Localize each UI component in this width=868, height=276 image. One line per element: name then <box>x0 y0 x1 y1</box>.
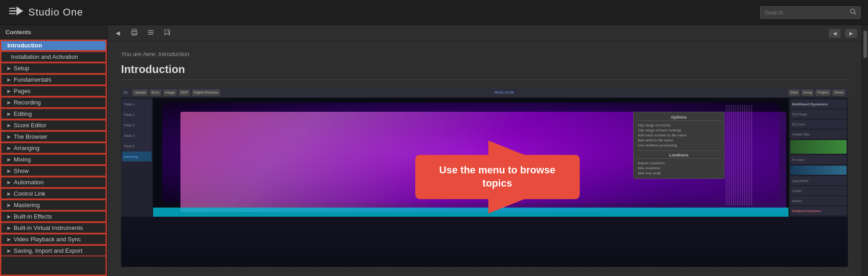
daw-level-meter <box>790 140 847 154</box>
sidebar-item-video-playback[interactable]: ▶Video Playback and Sync <box>0 234 107 245</box>
search-icon <box>850 9 857 16</box>
header: Studio One <box>0 0 868 25</box>
sidebar-item-label-arranging: Arranging <box>14 145 39 151</box>
sidebar-item-fundamentals[interactable]: ▶Fundamentals <box>0 74 107 85</box>
sidebar-item-arrow-mixing: ▶ <box>7 157 11 162</box>
sidebar-item-arrow-the-browser: ▶ <box>7 134 11 139</box>
sidebar-item-pages[interactable]: ▶Pages <box>0 85 107 97</box>
sidebar-item-show[interactable]: ▶Show <box>0 165 107 177</box>
sidebar-item-label-show: Show <box>14 167 29 174</box>
sidebar-item-setup[interactable]: ▶Setup <box>0 62 107 74</box>
sidebar-item-label-built-in-effects: Built-In Effects <box>14 213 52 220</box>
sidebar-item-introduction[interactable]: Introduction <box>0 40 107 51</box>
content-wrapper: ◄ ◄ <box>107 25 862 276</box>
search-area[interactable] <box>760 6 861 19</box>
waveform-details <box>725 105 752 205</box>
right-scrollbar[interactable] <box>862 25 868 276</box>
daw-main-view: Options Clip range of events Clip range … <box>153 98 789 217</box>
daw-right-row: Lead-Metal <box>790 176 847 185</box>
daw-popup-title: Options <box>636 115 721 121</box>
cyan-bar <box>153 208 789 217</box>
breadcrumb: You are here: Introduction <box>121 51 848 57</box>
daw-track-row: Track 5 <box>122 141 152 151</box>
sidebar-item-label-recording: Recording <box>14 99 41 106</box>
sidebar-item-label-control-link: Control Link <box>14 190 45 197</box>
toolbar: ◄ ◄ <box>107 25 862 42</box>
daw-popup-item: Add track number to file name <box>636 133 721 138</box>
svg-point-4 <box>851 9 855 13</box>
daw-track-row: Track 3 <box>122 120 152 130</box>
sidebar-item-arranging[interactable]: ▶Arranging <box>0 142 107 154</box>
daw-popup-loudness-item: Max true peak <box>636 171 721 176</box>
daw-burn-btn[interactable]: Burn <box>150 89 161 96</box>
daw-right-row: Multiband Dynamics <box>790 206 847 215</box>
daw-popup-item: Add artist to file name <box>636 138 721 143</box>
sidebar-items-container: IntroductionInstallation and Activation▶… <box>0 40 107 276</box>
daw-popup-loudness-title: Loudness <box>636 153 721 159</box>
daw-dig-release-btn[interactable]: Digital Release <box>192 89 220 96</box>
daw-start-btn[interactable]: Start <box>789 89 800 96</box>
sidebar-item-label-mastering: Mastering <box>14 202 40 208</box>
content-forward-button[interactable]: ► <box>845 29 857 38</box>
sidebar-item-arrow-built-in-effects: ▶ <box>7 214 11 219</box>
sidebar-header: Contents <box>0 25 107 40</box>
sidebar-item-arrow-score-editor: ▶ <box>7 123 11 128</box>
sidebar-item-the-browser[interactable]: ▶The Browser <box>0 131 107 142</box>
sidebar-item-built-in-effects[interactable]: ▶Built-In Effects <box>0 211 107 222</box>
daw-track-row: Track 1 <box>122 99 152 109</box>
content-back-button[interactable]: ◄ <box>829 29 841 38</box>
sidebar-item-label-mixing: Mixing <box>14 156 31 163</box>
search-input[interactable] <box>764 9 847 16</box>
sidebar-item-editing[interactable]: ▶Editing <box>0 108 107 120</box>
sidebar-item-label-built-in-instruments: Built-in Virtual Instruments <box>14 224 83 231</box>
daw-track-row-active: Mastering <box>122 151 152 161</box>
sidebar-item-arrow-arranging: ▶ <box>7 146 11 151</box>
daw-left-panel: Track 1 Track 2 Track 3 Track 4 <box>121 98 153 217</box>
daw-show-btn[interactable]: Show <box>832 89 845 96</box>
daw-popup-item: Use realtime processing <box>636 143 721 148</box>
svg-marker-3 <box>16 6 23 16</box>
main-area: Contents IntroductionInstallation and Ac… <box>0 25 868 276</box>
daw-popup-item: Clip range of track routings <box>636 128 721 133</box>
sidebar-item-arrow-show: ▶ <box>7 168 11 173</box>
sidebar-item-automation[interactable]: ▶Automation <box>0 177 107 188</box>
daw-popup-item: Clip range of events <box>636 123 721 128</box>
sidebar-item-mixing[interactable]: ▶Mixing <box>0 154 107 165</box>
sidebar-item-arrow-saving-import: ▶ <box>7 248 11 253</box>
daw-eq-display <box>790 166 847 175</box>
sidebar-item-label-pages: Pages <box>14 88 31 94</box>
back-button[interactable]: ◄ <box>112 28 124 38</box>
daw-dig-btn[interactable]: DDP <box>179 89 190 96</box>
sidebar-item-built-in-instruments[interactable]: ▶Built-in Virtual Instruments <box>0 222 107 234</box>
sidebar-item-control-link[interactable]: ▶Control Link <box>0 188 107 199</box>
list-button[interactable] <box>145 28 157 39</box>
daw-image-btn[interactable]: Image <box>163 89 177 96</box>
print-button[interactable] <box>128 28 140 39</box>
bookmark-button[interactable] <box>161 28 173 39</box>
sidebar-item-installation[interactable]: Installation and Activation <box>0 51 107 62</box>
sidebar-item-arrow-editing: ▶ <box>7 111 11 116</box>
sidebar-item-label-introduction: Introduction <box>7 42 42 49</box>
sidebar-item-arrow-mastering: ▶ <box>7 203 11 208</box>
daw-track-row: Track 2 <box>122 109 152 120</box>
sidebar-item-recording[interactable]: ▶Recording <box>0 97 107 108</box>
sidebar-item-saving-import[interactable]: ▶Saving, Import and Export <box>0 245 107 256</box>
scrollbar-thumb[interactable] <box>863 31 867 58</box>
daw-update-btn[interactable]: Update <box>132 89 148 96</box>
sidebar-item-score-editor[interactable]: ▶Score Editor <box>0 120 107 131</box>
daw-options-popup: Options Clip range of events Clip range … <box>633 112 725 179</box>
daw-song-btn[interactable]: Song <box>801 89 814 96</box>
logo-icon <box>7 2 25 22</box>
page-title: Introduction <box>121 63 848 80</box>
sidebar-item-mastering[interactable]: ▶Mastering <box>0 199 107 211</box>
sidebar-item-arrow-fundamentals: ▶ <box>7 77 11 82</box>
sidebar-item-label-score-editor: Score Editor <box>14 122 47 129</box>
daw-popup-loudness-item: Adjust Loudness <box>636 161 721 166</box>
sidebar-item-label-editing: Editing <box>14 110 32 117</box>
daw-right-row: EQ Zone <box>790 120 847 129</box>
daw-project-btn[interactable]: Project <box>815 89 831 96</box>
sidebar-item-arrow-control-link: ▶ <box>7 191 11 196</box>
daw-mid: Track 1 Track 2 Track 3 Track 4 <box>121 98 848 217</box>
sidebar-item-arrow-setup: ▶ <box>7 66 11 71</box>
sidebar-item-label-installation: Installation and Activation <box>11 53 78 60</box>
